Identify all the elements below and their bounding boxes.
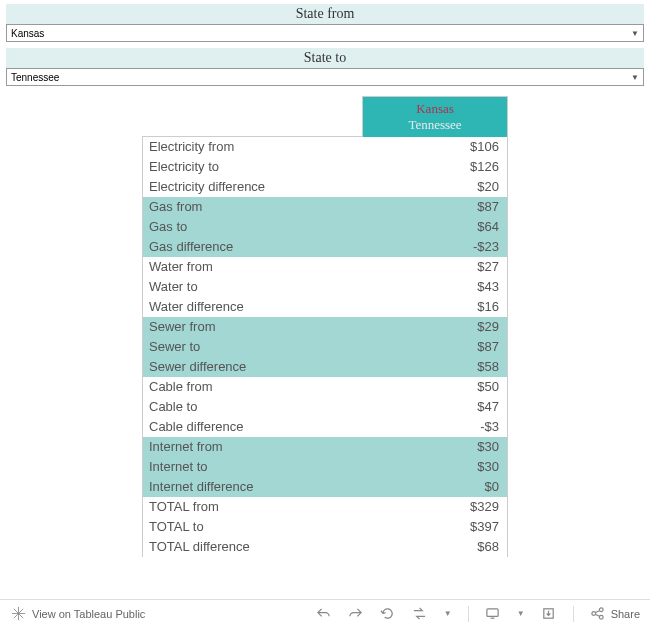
table-row: Gas to$64 (143, 217, 508, 237)
state-to-value: Tennessee (11, 72, 59, 83)
refresh-icon[interactable] (412, 606, 428, 622)
share-label: Share (611, 608, 640, 620)
row-label: Electricity difference (143, 177, 363, 197)
row-label: Water to (143, 277, 363, 297)
row-value: $87 (363, 197, 508, 217)
row-value: $20 (363, 177, 508, 197)
device-icon[interactable] (485, 606, 501, 622)
state-from-value: Kansas (11, 28, 44, 39)
row-label: Sewer from (143, 317, 363, 337)
row-value: $329 (363, 497, 508, 517)
chevron-down-icon: ▼ (631, 73, 639, 82)
table-row: TOTAL from$329 (143, 497, 508, 517)
row-label: Internet from (143, 437, 363, 457)
device-menu-icon[interactable]: ▼ (517, 609, 525, 618)
view-on-tableau-button[interactable]: View on Tableau Public (10, 606, 145, 622)
chevron-down-icon: ▼ (631, 29, 639, 38)
row-label: Cable from (143, 377, 363, 397)
revert-icon[interactable] (380, 606, 396, 622)
svg-point-4 (600, 615, 604, 619)
header-from-state: Kansas (371, 101, 499, 117)
table-row: Water to$43 (143, 277, 508, 297)
row-label: Electricity to (143, 157, 363, 177)
download-icon[interactable] (541, 606, 557, 622)
table-row: Cable from$50 (143, 377, 508, 397)
row-label: Sewer difference (143, 357, 363, 377)
row-value: $30 (363, 457, 508, 477)
row-label: Water difference (143, 297, 363, 317)
row-label: Cable to (143, 397, 363, 417)
state-from-header: State from (6, 4, 644, 24)
refresh-menu-icon[interactable]: ▼ (444, 609, 452, 618)
table-row: Internet from$30 (143, 437, 508, 457)
row-value: $397 (363, 517, 508, 537)
state-from-select[interactable]: Kansas ▼ (6, 24, 644, 42)
tableau-logo-icon (10, 606, 26, 622)
state-to-select[interactable]: Tennessee ▼ (6, 68, 644, 86)
table-header: Kansas Tennessee (363, 97, 508, 137)
share-icon (590, 606, 606, 622)
share-button[interactable]: Share (590, 606, 640, 622)
row-label: Internet to (143, 457, 363, 477)
table-row: Water difference$16 (143, 297, 508, 317)
table-row: Water from$27 (143, 257, 508, 277)
row-value: $126 (363, 157, 508, 177)
row-value: $87 (363, 337, 508, 357)
row-value: $0 (363, 477, 508, 497)
row-value: -$3 (363, 417, 508, 437)
cost-table: Kansas Tennessee Electricity from$106Ele… (142, 96, 508, 557)
table-row: Sewer from$29 (143, 317, 508, 337)
toolbar: View on Tableau Public ▼ ▼ Share (0, 599, 650, 627)
row-value: $27 (363, 257, 508, 277)
svg-point-2 (592, 612, 596, 616)
table-row: Gas difference-$23 (143, 237, 508, 257)
row-value: $64 (363, 217, 508, 237)
table-row: Electricity from$106 (143, 137, 508, 157)
row-value: $58 (363, 357, 508, 377)
header-to-state: Tennessee (371, 117, 499, 133)
row-label: Water from (143, 257, 363, 277)
table-row: Internet to$30 (143, 457, 508, 477)
row-label: Gas from (143, 197, 363, 217)
redo-icon[interactable] (348, 606, 364, 622)
table-row: Electricity to$126 (143, 157, 508, 177)
row-value: $29 (363, 317, 508, 337)
svg-point-3 (600, 608, 604, 612)
table-row: Sewer to$87 (143, 337, 508, 357)
row-label: TOTAL difference (143, 537, 363, 557)
table-row: Internet difference$0 (143, 477, 508, 497)
svg-rect-0 (487, 609, 498, 617)
row-value: -$23 (363, 237, 508, 257)
row-label: TOTAL from (143, 497, 363, 517)
table-row: TOTAL difference$68 (143, 537, 508, 557)
row-label: Electricity from (143, 137, 363, 157)
row-value: $50 (363, 377, 508, 397)
table-row: TOTAL to$397 (143, 517, 508, 537)
row-value: $106 (363, 137, 508, 157)
row-label: Sewer to (143, 337, 363, 357)
row-label: TOTAL to (143, 517, 363, 537)
row-label: Cable difference (143, 417, 363, 437)
view-on-tableau-label: View on Tableau Public (32, 608, 145, 620)
table-row: Sewer difference$58 (143, 357, 508, 377)
row-label: Gas difference (143, 237, 363, 257)
row-label: Gas to (143, 217, 363, 237)
row-value: $16 (363, 297, 508, 317)
row-value: $30 (363, 437, 508, 457)
row-value: $47 (363, 397, 508, 417)
row-value: $43 (363, 277, 508, 297)
state-to-header: State to (6, 48, 644, 68)
row-label: Internet difference (143, 477, 363, 497)
row-value: $68 (363, 537, 508, 557)
table-row: Electricity difference$20 (143, 177, 508, 197)
table-row: Cable to$47 (143, 397, 508, 417)
table-row: Gas from$87 (143, 197, 508, 217)
table-row: Cable difference-$3 (143, 417, 508, 437)
undo-icon[interactable] (316, 606, 332, 622)
